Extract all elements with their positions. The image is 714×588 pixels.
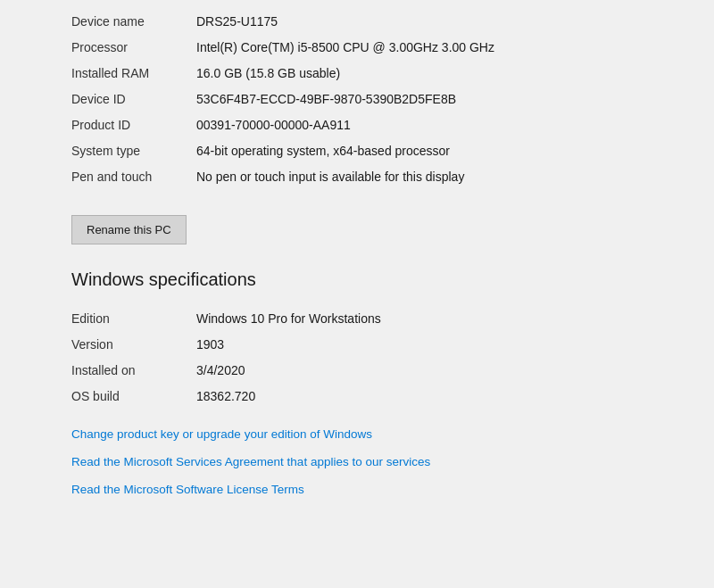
device-info-row: Product ID 00391-70000-00000-AA911 <box>71 112 643 138</box>
device-info-row: Installed RAM 16.0 GB (15.8 GB usable) <box>71 61 643 87</box>
windows-spec-value: Windows 10 Pro for Workstations <box>196 306 643 332</box>
device-info-label: Pen and touch <box>71 164 196 190</box>
device-info-value: 16.0 GB (15.8 GB usable) <box>196 61 643 87</box>
device-info-label: Device name <box>71 9 196 35</box>
device-info-row: System type 64-bit operating system, x64… <box>71 138 643 164</box>
windows-spec-label: OS build <box>71 384 196 410</box>
windows-spec-label: Installed on <box>71 358 196 384</box>
device-info-value: DRS25-U1175 <box>196 9 643 35</box>
device-info-label: System type <box>71 138 196 164</box>
links-container: Change product key or upgrade your editi… <box>71 427 643 496</box>
device-info-value: No pen or touch input is available for t… <box>196 164 643 190</box>
device-info-label: Processor <box>71 35 196 61</box>
windows-specs-title: Windows specifications <box>71 269 643 290</box>
device-info-value: Intel(R) Core(TM) i5-8500 CPU @ 3.00GHz … <box>196 35 643 61</box>
windows-spec-label: Version <box>71 332 196 358</box>
device-info-row: Device ID 53C6F4B7-ECCD-49BF-9870-5390B2… <box>71 87 643 112</box>
device-info-value: 00391-70000-00000-AA911 <box>196 112 643 138</box>
link-item-0[interactable]: Change product key or upgrade your editi… <box>71 427 643 441</box>
device-info-row: Pen and touch No pen or touch input is a… <box>71 164 643 190</box>
device-info-value: 64-bit operating system, x64-based proce… <box>196 138 643 164</box>
device-info-label: Device ID <box>71 87 196 112</box>
windows-spec-label: Edition <box>71 306 196 332</box>
device-info-label: Installed RAM <box>71 61 196 87</box>
link-item-1[interactable]: Read the Microsoft Services Agreement th… <box>71 455 643 468</box>
windows-spec-row: Version 1903 <box>71 332 643 358</box>
windows-spec-value: 1903 <box>196 332 643 358</box>
link-item-2[interactable]: Read the Microsoft Software License Term… <box>71 483 643 496</box>
windows-spec-row: Edition Windows 10 Pro for Workstations <box>71 306 643 332</box>
rename-pc-button[interactable]: Rename this PC <box>71 215 187 244</box>
device-info-row: Device name DRS25-U1175 <box>71 9 643 35</box>
device-info-label: Product ID <box>71 112 196 138</box>
windows-spec-row: Installed on 3/4/2020 <box>71 358 643 384</box>
page-container: Device name DRS25-U1175 Processor Intel(… <box>0 0 714 588</box>
windows-spec-value: 18362.720 <box>196 384 643 410</box>
windows-specs-table: Edition Windows 10 Pro for Workstations … <box>71 306 643 410</box>
windows-spec-row: OS build 18362.720 <box>71 384 643 410</box>
device-info-row: Processor Intel(R) Core(TM) i5-8500 CPU … <box>71 35 643 61</box>
windows-spec-value: 3/4/2020 <box>196 358 643 384</box>
device-specs-table: Device name DRS25-U1175 Processor Intel(… <box>71 9 643 190</box>
device-info-value: 53C6F4B7-ECCD-49BF-9870-5390B2D5FE8B <box>196 87 643 112</box>
